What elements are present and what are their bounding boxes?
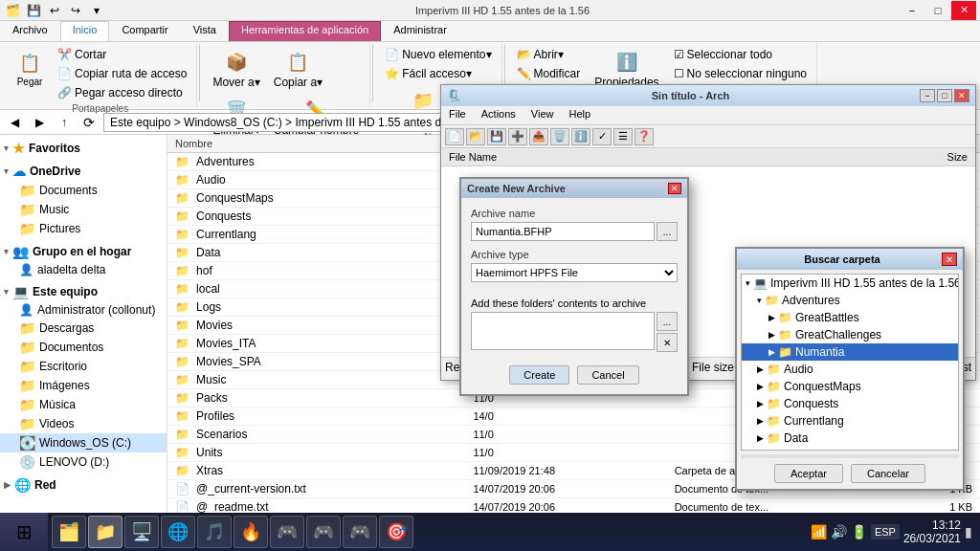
sidebar-onedrive-header[interactable]: ▾ ☁ OneDrive: [0, 162, 167, 181]
close-button[interactable]: ✕: [951, 1, 976, 20]
taskbar-game1[interactable]: 🎮: [270, 516, 304, 548]
tab-vista[interactable]: Vista: [181, 21, 229, 41]
qa-dropdown-btn[interactable]: ▾: [88, 2, 105, 19]
cut-button[interactable]: ✂️ Cortar: [54, 46, 190, 63]
sidebar-item-administrator[interactable]: 👤 Administrator (collonut): [0, 301, 167, 319]
tab-administrar[interactable]: Administrar: [381, 21, 459, 41]
folders-browse-btn[interactable]: ...: [657, 312, 678, 331]
paste-button[interactable]: 📋 Pegar: [10, 46, 50, 91]
sidebar-item-windows-os[interactable]: 💽 Windows_OS (C:): [0, 433, 167, 452]
save-quick-btn[interactable]: 💾: [25, 2, 42, 19]
browse-item-audio[interactable]: ▶ 📁 Audio: [742, 361, 958, 378]
arch-menu-file[interactable]: File: [441, 106, 474, 124]
start-button[interactable]: ⊞: [0, 513, 48, 551]
archive-type-select[interactable]: Haemimort HPFS File: [471, 263, 678, 282]
easy-access-button[interactable]: ⭐ Fácil acceso▾: [381, 65, 476, 82]
cancel-archive-btn[interactable]: Cancel: [577, 365, 638, 385]
arch-minimize-btn[interactable]: −: [920, 89, 935, 102]
sidebar-item-documentos[interactable]: 📁 Documentos: [0, 338, 167, 357]
sidebar-item-pictures[interactable]: 📁 Pictures: [0, 219, 167, 238]
arch-tool-help[interactable]: ❓: [635, 128, 654, 145]
edit-button[interactable]: ✏️ Modificar: [513, 65, 585, 82]
arch-col-name-header[interactable]: File Name: [445, 150, 836, 164]
refresh-button[interactable]: ⟳: [78, 113, 100, 132]
dialog-close-btn[interactable]: ✕: [668, 183, 681, 194]
sidebar-item-music[interactable]: 📁 Music: [0, 200, 167, 219]
copy-path-button[interactable]: 📄 Copiar ruta de acceso: [54, 65, 190, 82]
arch-tool-list[interactable]: ☰: [613, 128, 633, 145]
network-icon[interactable]: 📶: [811, 524, 827, 540]
undo-quick-btn[interactable]: ↩: [46, 2, 63, 19]
tab-archivo[interactable]: Archivo: [0, 21, 60, 41]
sidebar-item-escritorio[interactable]: 📁 Escritorio: [0, 357, 167, 376]
browse-tree[interactable]: ▾ 💻 Imperivm III HD 1.55 antes de la 1.5…: [741, 274, 959, 451]
sidebar-favorites-header[interactable]: ▾ ★ Favoritos: [0, 139, 167, 158]
minimize-button[interactable]: −: [900, 1, 924, 20]
sidebar-item-descargas[interactable]: 📁 Descargas: [0, 319, 167, 338]
arch-close-btn[interactable]: ✕: [954, 89, 969, 102]
forward-button[interactable]: ▶: [29, 113, 50, 132]
col-header-nombre[interactable]: Nombre: [171, 137, 469, 150]
tab-compartir[interactable]: Compartir: [109, 21, 180, 41]
up-button[interactable]: ↑: [54, 113, 75, 132]
maximize-button[interactable]: □: [925, 1, 950, 20]
taskbar-browser[interactable]: 🌐: [161, 516, 195, 548]
tab-herramientas[interactable]: Herramientas de aplicación: [229, 21, 381, 41]
sidebar-red-header[interactable]: ▶ 🌐 Red: [0, 475, 167, 495]
arch-tool-extract[interactable]: 📤: [529, 128, 548, 145]
sidebar-item-imagenes[interactable]: 📁 Imágenes: [0, 376, 167, 395]
arch-tool-save[interactable]: 💾: [487, 128, 506, 145]
browse-item-numantia[interactable]: ▶ 📁 Numantia: [742, 343, 958, 361]
sidebar-item-documents[interactable]: 📁 Documents: [0, 181, 167, 200]
arch-tool-test[interactable]: ✓: [592, 128, 612, 145]
sidebar-item-musica[interactable]: 📁 Música: [0, 395, 167, 414]
back-button[interactable]: ◀: [4, 113, 25, 132]
archive-name-input[interactable]: [471, 222, 655, 241]
open-button[interactable]: 📂 Abrir▾: [513, 46, 585, 63]
browse-item-currentlang[interactable]: ▶ 📁 Currentlang: [742, 412, 958, 430]
show-desktop-icon[interactable]: ▮: [965, 524, 972, 540]
browse-cancel-btn[interactable]: Cancelar: [851, 464, 925, 483]
arch-menu-help[interactable]: Help: [561, 106, 598, 124]
sound-icon[interactable]: 🔊: [831, 524, 847, 540]
browse-close-btn[interactable]: ✕: [942, 253, 957, 266]
new-item-button[interactable]: 📄 Nuevo elemento▾: [381, 46, 495, 63]
browse-item-data[interactable]: ▶ 📁 Data: [742, 430, 958, 447]
browse-item-conquests[interactable]: ▶ 📁 Conquests: [742, 395, 958, 412]
move-button[interactable]: 📦 Mover a▾: [208, 46, 264, 92]
archive-name-browse-btn[interactable]: ...: [657, 222, 678, 241]
taskbar-game2[interactable]: 🎮: [306, 516, 341, 548]
folders-remove-btn[interactable]: ✕: [657, 333, 678, 352]
sidebar-item-videos[interactable]: 📁 Videos: [0, 414, 167, 433]
arch-maximize-btn[interactable]: □: [937, 89, 952, 102]
taskbar-app3[interactable]: 🔥: [234, 516, 268, 548]
browse-ok-btn[interactable]: Aceptar: [774, 464, 843, 483]
arch-tool-delete[interactable]: 🗑️: [550, 128, 569, 145]
select-all-button[interactable]: ☑ Seleccionar todo: [670, 46, 811, 63]
sidebar-item-aladelta[interactable]: 👤 aladelta delta: [0, 261, 167, 278]
taskbar-computer[interactable]: 🖥️: [124, 516, 159, 548]
select-none-button[interactable]: ☐ No seleccionar ninguno: [670, 65, 811, 82]
battery-icon[interactable]: 🔋: [851, 524, 867, 540]
arch-menu-view[interactable]: View: [523, 106, 562, 124]
folders-content-box[interactable]: [471, 312, 655, 350]
browse-item-great-battles[interactable]: ▶ 📁 GreatBattles: [742, 309, 958, 326]
sidebar-item-lenovo[interactable]: 💿 LENOVO (D:): [0, 452, 167, 472]
browse-item-root[interactable]: ▾ 💻 Imperivm III HD 1.55 antes de la 1.5…: [742, 275, 958, 292]
browse-item-conquest-maps[interactable]: ▶ 📁 ConquestMaps: [742, 378, 958, 395]
browse-item-great-challenges[interactable]: ▶ 📁 GreatChallenges: [742, 326, 958, 343]
taskbar-game3[interactable]: 🎮: [343, 516, 377, 548]
taskbar-app2[interactable]: 🎵: [197, 516, 232, 548]
create-btn[interactable]: Create: [509, 365, 569, 385]
arch-tool-new[interactable]: 📄: [445, 128, 464, 145]
tab-inicio[interactable]: Inicio: [60, 21, 110, 41]
sidebar-grupo-header[interactable]: ▾ 👥 Grupo en el hogar: [0, 242, 167, 261]
redo-quick-btn[interactable]: ↪: [67, 2, 84, 19]
taskbar-folder-active[interactable]: 📁: [88, 516, 122, 548]
sidebar-este-equipo-header[interactable]: ▾ 💻 Este equipo: [0, 282, 167, 301]
paste-access-button[interactable]: 🔗 Pegar acceso directo: [54, 84, 190, 101]
taskbar-app4[interactable]: 🎯: [379, 516, 413, 548]
browse-item-adventures[interactable]: ▾ 📁 Adventures: [742, 292, 958, 309]
copy-button[interactable]: 📋 Copiar a▾: [269, 46, 327, 92]
taskbar-explorer[interactable]: 🗂️: [52, 516, 86, 548]
